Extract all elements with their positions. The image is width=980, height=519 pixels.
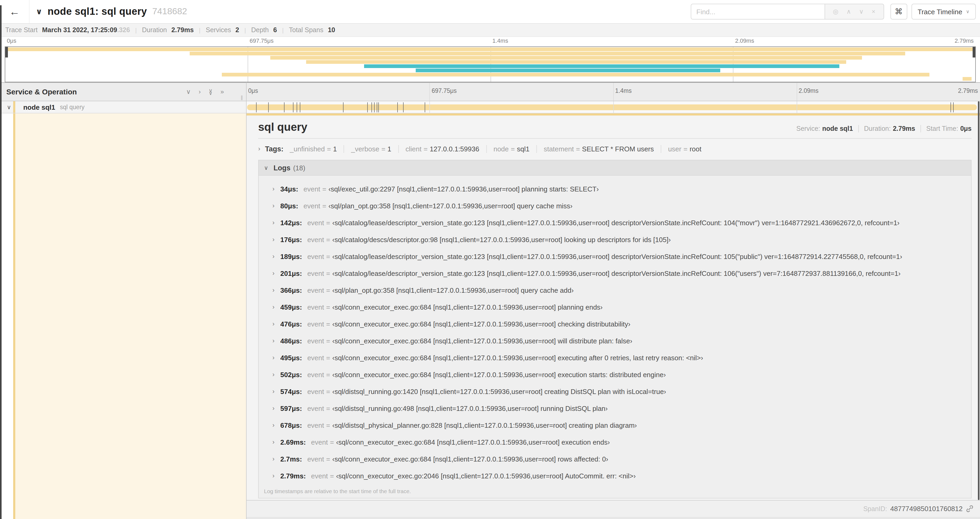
log-timestamp: 574μs:: [280, 387, 302, 395]
span-detail-panel: sql query Service:node sql1Duration:2.79…: [247, 113, 980, 500]
span-duration-bar[interactable]: [247, 104, 977, 110]
expand-one-icon[interactable]: ›: [199, 88, 201, 96]
log-equals: =: [326, 455, 330, 463]
log-expand-chevron-icon: ›: [272, 404, 275, 412]
tag-equals: =: [684, 145, 687, 153]
log-field-value: ‹sql/conn_executor_exec.go:684 [nsql1,cl…: [332, 303, 603, 311]
minimap-tick-labels: 0μs697.75μs1.4ms2.09ms2.79ms: [5, 37, 976, 46]
stat-label: Depth: [251, 26, 270, 34]
log-marker-tick: [268, 102, 269, 112]
prev-match-icon[interactable]: ∧: [846, 8, 851, 15]
span-color-top-border: [247, 113, 980, 115]
timeline-tick-label: 697.75μs: [432, 88, 457, 94]
tag-value: sql1: [517, 145, 530, 153]
log-marker-tick: [378, 102, 379, 112]
span-operation-name: sql query: [60, 104, 84, 110]
keyboard-shortcuts-button[interactable]: ⌘: [890, 4, 907, 19]
spanid-label: SpanID:: [863, 505, 887, 513]
span-children-chevron-icon[interactable]: ∨: [7, 104, 11, 110]
log-row[interactable]: ›476μs:event=‹sql/conn_executor_exec.go:…: [259, 315, 971, 332]
spanid-value: 4877749850101760812: [890, 505, 963, 513]
tags-row[interactable]: › Tags: _unfinished=1_verbose=1client=12…: [258, 141, 972, 156]
log-timestamp: 34μs:: [280, 185, 298, 193]
viewport-handle-right[interactable]: [973, 47, 975, 57]
service-operation-header: Service & Operation ∨ › ∨∨ » ∥: [0, 83, 246, 101]
trace-stat: Trace Start March 31 2022, 17:25:09.326: [5, 26, 130, 34]
stat-separator: |: [199, 27, 200, 33]
log-row[interactable]: ›189μs:event=‹sql/catalog/lease/descript…: [259, 248, 971, 265]
log-field-key: event: [307, 235, 324, 243]
collapse-one-icon[interactable]: ∨: [186, 88, 191, 96]
log-row[interactable]: ›2.69ms:event=‹sql/conn_executor_exec.go…: [259, 434, 971, 450]
logs-list: ›34μs:event=‹sql/exec_util.go:2297 [nsql…: [259, 175, 971, 498]
log-field-value: ‹sql/conn_executor_exec.go:684 [nsql1,cl…: [332, 455, 608, 463]
deep-link-icon[interactable]: [966, 505, 974, 513]
expand-all-icon[interactable]: »: [221, 88, 224, 96]
log-row[interactable]: ›486μs:event=‹sql/conn_executor_exec.go:…: [259, 332, 971, 349]
trace-collapse-chevron-icon[interactable]: ∨: [36, 7, 42, 16]
log-field-key: event: [304, 185, 320, 193]
log-expand-chevron-icon: ›: [272, 371, 275, 378]
trace-minimap[interactable]: [5, 46, 976, 82]
focus-match-icon[interactable]: ◎: [833, 8, 838, 15]
timeline-gridline: [430, 101, 430, 113]
tag-equals: =: [327, 145, 331, 153]
log-row[interactable]: ›574μs:event=‹sql/distsql_running.go:142…: [259, 383, 971, 400]
span-name-cell[interactable]: ∨ node sql1 sql query: [0, 101, 246, 113]
log-row[interactable]: ›142μs:event=‹sql/catalog/lease/descript…: [259, 214, 971, 231]
log-field-value: ‹sql/catalog/lease/descriptor_version_st…: [332, 269, 900, 277]
log-field-key: event: [307, 354, 324, 362]
timeline-tick-label: 1.4ms: [615, 88, 632, 94]
column-title: Service & Operation: [6, 88, 77, 96]
tag-key: node: [493, 145, 509, 153]
log-row[interactable]: ›459μs:event=‹sql/conn_executor_exec.go:…: [259, 299, 971, 315]
column-resizer-grip[interactable]: ∥: [240, 95, 243, 100]
log-row[interactable]: ›597μs:event=‹sql/distsql_running.go:498…: [259, 400, 971, 417]
viewport-handle-left[interactable]: [5, 47, 8, 57]
span-detail-header: sql query Service:node sql1Duration:2.79…: [258, 121, 972, 133]
log-marker-tick: [297, 102, 297, 112]
log-equals: =: [326, 354, 330, 362]
log-field-value: ‹sql/conn_executor_exec.go:684 [nsql1,cl…: [332, 354, 703, 362]
log-row[interactable]: ›502μs:event=‹sql/conn_executor_exec.go:…: [259, 366, 971, 383]
log-row[interactable]: ›2.79ms:event=‹sql/conn_executor_exec.go…: [259, 467, 971, 484]
back-button[interactable]: ←: [0, 0, 30, 23]
log-row[interactable]: ›34μs:event=‹sql/exec_util.go:2297 [nsql…: [259, 180, 971, 197]
log-timestamp: 2.7ms:: [280, 455, 302, 463]
collapse-all-icon[interactable]: ∨∨: [208, 89, 213, 94]
vertical-scrollbar[interactable]: [978, 101, 980, 500]
log-equals: =: [326, 235, 330, 243]
view-selector-button[interactable]: Trace Timeline ∨: [911, 4, 976, 19]
page-header: ← ∨ node sql1: sql query 7418682 ◎ ∧ ∨ ×…: [0, 0, 980, 23]
log-expand-chevron-icon: ›: [272, 438, 275, 446]
log-row[interactable]: ›495μs:event=‹sql/conn_executor_exec.go:…: [259, 349, 971, 366]
timeline-tick-label: 2.09ms: [735, 37, 754, 44]
trace-title-group: ∨ node sql1: sql query 7418682: [36, 0, 187, 23]
log-field-key: event: [307, 370, 324, 378]
tag-key: client: [406, 145, 422, 153]
next-match-icon[interactable]: ∨: [859, 8, 864, 15]
log-field-key: event: [307, 387, 324, 395]
log-row[interactable]: ›366μs:event=‹sql/plan_opt.go:358 [nsql1…: [259, 282, 971, 299]
timeline-tick-label: 1.4ms: [492, 37, 508, 44]
log-row[interactable]: ›678μs:event=‹sql/distsql_physical_plann…: [259, 417, 971, 434]
log-row[interactable]: ›80μs:event=‹sql/plan_opt.go:358 [nsql1,…: [259, 197, 971, 214]
log-row[interactable]: ›2.7ms:event=‹sql/conn_executor_exec.go:…: [259, 450, 971, 467]
log-row[interactable]: ›176μs:event=‹sql/catalog/descs/descript…: [259, 231, 971, 248]
span-timeline-cell[interactable]: [246, 101, 980, 113]
log-equals: =: [330, 472, 334, 480]
tag-item: user=root: [668, 145, 702, 153]
minimap-span-bar: [963, 77, 971, 81]
log-timestamp: 502μs:: [280, 370, 302, 378]
detail-divider: [258, 138, 972, 139]
stat-label: Total Spans: [289, 26, 325, 34]
logs-header[interactable]: ∨ Logs (18): [259, 160, 971, 175]
log-row[interactable]: ›201μs:event=‹sql/catalog/lease/descript…: [259, 265, 971, 282]
log-equals: =: [323, 202, 326, 210]
stat-separator: |: [135, 27, 137, 33]
find-input[interactable]: [690, 4, 825, 19]
log-field-key: event: [307, 286, 324, 294]
log-marker-tick: [377, 102, 377, 112]
log-equals: =: [326, 219, 330, 227]
clear-search-icon[interactable]: ×: [872, 8, 875, 15]
